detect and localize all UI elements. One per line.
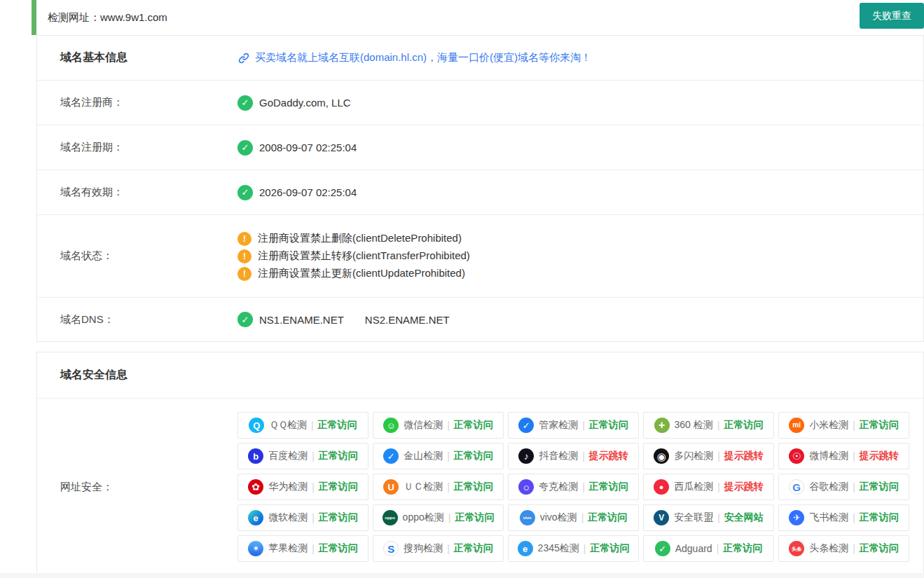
security-cell-360[interactable]: +360 检测|正常访问: [643, 412, 774, 439]
security-title-cell: 域名安全信息: [37, 352, 237, 398]
separator: |: [582, 450, 585, 462]
retry-button[interactable]: 失败重查: [860, 3, 924, 29]
service-label: 谷歌检测: [809, 481, 848, 493]
domain-status-lines: ! 注册商设置禁止删除(clientDeleteProhibited) ! 注册…: [237, 232, 470, 281]
security-cell-uc[interactable]: UＵＣ检测|正常访问: [373, 474, 504, 500]
security-cell-toutiao[interactable]: 头条头条检测|正常访问: [778, 535, 909, 562]
kingsoft-icon: ✓: [383, 448, 399, 464]
status-text: 正常访问: [724, 419, 763, 432]
service-label: Adguard: [675, 543, 712, 554]
status-text: 注册商设置禁止删除(clientDeleteProhibited): [258, 232, 462, 245]
security-cell-qq[interactable]: QＱＱ检测|正常访问: [237, 412, 368, 439]
2345-icon: e: [518, 541, 533, 556]
separator: |: [717, 512, 720, 523]
douyin-icon: ♪: [518, 448, 534, 464]
separator: |: [447, 420, 450, 431]
page-header: 检测网址：www.9w1.com 失败重查: [0, 0, 924, 35]
google-icon: G: [789, 479, 804, 495]
status-line: ! 注册商设置禁止删除(clientDeleteProhibited): [237, 232, 470, 246]
separator: |: [717, 450, 720, 462]
separator: |: [447, 543, 450, 554]
adguard-icon: ✓: [655, 541, 670, 556]
separator: |: [448, 512, 451, 523]
status-line: ! 注册商设置禁止更新(clientUpdateProhibited): [237, 267, 470, 281]
basic-info-panel: 域名基本信息 买卖域名就上域名互联(domain.hl.cn)，海量一口价(便宜…: [36, 35, 924, 342]
service-label: vivo检测: [540, 511, 577, 524]
security-cell-microsoft[interactable]: e微软检测|正常访问: [237, 504, 368, 531]
service-label: ＵＣ检测: [404, 481, 443, 493]
warning-icon: !: [237, 232, 251, 246]
service-label: 微信检测: [404, 419, 443, 432]
security-cell-kingsoft[interactable]: ✓金山检测|正常访问: [373, 443, 504, 469]
service-label: 西瓜检测: [674, 481, 713, 493]
security-cell-baidu[interactable]: b百度检测|正常访问: [237, 443, 368, 469]
separator: |: [717, 481, 720, 493]
warning-icon: !: [237, 267, 251, 281]
security-cell-xiaomi[interactable]: mi小米检测|正常访问: [778, 412, 909, 439]
security-cell-douyin[interactable]: ♪抖音检测|提示跳转: [508, 443, 639, 469]
link-icon: [237, 52, 250, 64]
separator: |: [582, 420, 585, 431]
security-cell-vivo[interactable]: vivovivo检测|正常访问: [508, 504, 639, 531]
separator: |: [582, 481, 585, 493]
basic-info-section-title: 域名基本信息: [60, 50, 127, 65]
promo-link[interactable]: 买卖域名就上域名互联(domain.hl.cn)，海量一口价(便宜)域名等你来淘…: [237, 51, 591, 64]
security-cell-apple[interactable]: ✶苹果检测|正常访问: [237, 535, 368, 562]
service-label: 苹果检测: [268, 542, 308, 555]
guanjia-icon: ✓: [518, 418, 534, 433]
status-text: 注册商设置禁止转移(clientTransferProhibited): [258, 249, 470, 263]
service-label: 夸克检测: [539, 481, 578, 493]
security-cell-weibo[interactable]: ☉微博检测|提示跳转: [778, 443, 909, 469]
domain-status-value-cell: ! 注册商设置禁止删除(clientDeleteProhibited) ! 注册…: [237, 215, 923, 297]
uc-icon: U: [383, 479, 399, 495]
footer-strip: [0, 573, 924, 578]
security-cell-oppo[interactable]: oppooppo检测|正常访问: [373, 504, 504, 531]
wechat-icon: ☺: [383, 418, 399, 433]
expiry-date-row: 域名有效期： ✓ 2026-09-07 02:25:04: [37, 170, 923, 215]
vivo-icon: vivo: [520, 510, 535, 525]
status-text: 安全网站: [724, 511, 764, 524]
registration-date-value-cell: ✓ 2008-09-07 02:25:04: [237, 125, 923, 170]
check-icon: ✓: [237, 95, 253, 111]
service-label: 多闪检测: [674, 450, 713, 462]
separator: |: [717, 543, 719, 554]
service-label: 安全联盟: [674, 511, 713, 524]
security-cell-xigua[interactable]: ●西瓜检测|提示跳转: [643, 474, 774, 500]
status-text: 提示跳转: [724, 450, 764, 462]
security-cell-anquan-lianmeng[interactable]: V安全联盟|安全网站: [643, 504, 774, 531]
security-cell-huawei[interactable]: ✿华为检测|正常访问: [237, 474, 368, 500]
service-label: 搜狗检测: [404, 542, 443, 555]
security-cell-adguard[interactable]: ✓Adguard|正常访问: [643, 535, 774, 562]
dns-value-cell: ✓ NS1.ENAME.NET NS2.ENAME.NET: [237, 298, 923, 341]
basic-info-header-row: 域名基本信息 买卖域名就上域名互联(domain.hl.cn)，海量一口价(便宜…: [37, 36, 923, 81]
separator: |: [312, 512, 315, 523]
security-cell-quark[interactable]: ○夸克检测|正常访问: [508, 474, 639, 500]
xiaomi-icon: mi: [789, 418, 804, 433]
security-cell-feishu[interactable]: ✈飞书检测|正常访问: [778, 504, 909, 531]
security-cell-2345[interactable]: e2345检测|正常访问: [508, 535, 639, 562]
accent-bar: [32, 0, 36, 35]
registrar-label: 域名注册商：: [37, 81, 237, 125]
status-text: 正常访问: [588, 511, 627, 524]
checked-url-value: www.9w1.com: [100, 11, 167, 23]
service-label: 微博检测: [809, 450, 848, 462]
separator: |: [853, 512, 855, 523]
status-text: 正常访问: [860, 419, 899, 432]
service-label: 小米检测: [809, 419, 848, 432]
separator: |: [853, 450, 855, 462]
security-cell-duoshan[interactable]: ◉多闪检测|提示跳转: [643, 443, 774, 469]
status-text: 正常访问: [318, 419, 357, 432]
status-text: 正常访问: [454, 542, 493, 555]
registration-date-row: 域名注册期： ✓ 2008-09-07 02:25:04: [37, 125, 923, 170]
checked-url-title: 检测网址：www.9w1.com: [48, 0, 167, 35]
separator: |: [312, 481, 315, 493]
security-cell-guanjia[interactable]: ✓管家检测|正常访问: [508, 412, 639, 439]
security-cell-google[interactable]: G谷歌检测|正常访问: [778, 474, 909, 500]
separator: |: [447, 481, 450, 493]
security-cell-wechat[interactable]: ☺微信检测|正常访问: [373, 412, 504, 439]
security-cell-sogou[interactable]: S搜狗检测|正常访问: [373, 535, 504, 562]
registration-date-value: 2008-09-07 02:25:04: [259, 142, 357, 153]
service-label: 管家检测: [539, 419, 578, 432]
status-text: 正常访问: [589, 481, 628, 493]
service-label: 微软检测: [268, 511, 308, 524]
